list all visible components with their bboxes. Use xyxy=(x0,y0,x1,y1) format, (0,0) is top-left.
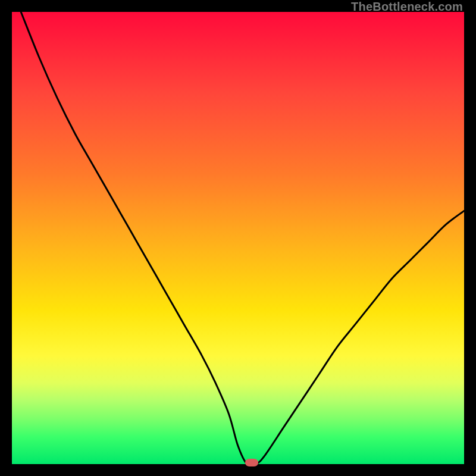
curve-min-marker xyxy=(245,459,258,466)
chart-plot-area xyxy=(12,12,464,464)
chart-frame: TheBottleneck.com xyxy=(0,0,476,476)
chart-curve xyxy=(12,12,464,464)
